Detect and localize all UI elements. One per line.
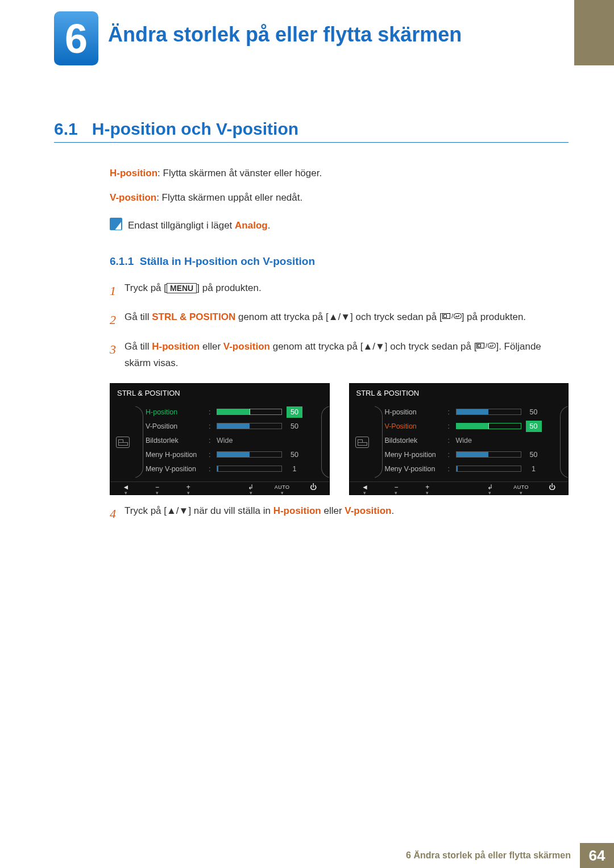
subsection-title: Ställa in H-position och V-position <box>140 255 315 267</box>
slider <box>217 423 282 429</box>
osd-btn-auto: AUTO▾ <box>505 482 537 495</box>
v-position-term: V-position <box>110 192 156 203</box>
label: Bildstorlek <box>143 435 209 446</box>
osd-row-image-size: Bildstorlek: Wide <box>143 433 318 447</box>
osd-curve <box>560 402 568 481</box>
note-post: . <box>268 220 271 231</box>
v-position-term: V-position <box>345 505 391 516</box>
t: Gå till <box>125 312 152 322</box>
label: Meny V-position <box>383 463 448 475</box>
osd-title: STRL & POSITION <box>350 384 569 403</box>
h-position-term: H-position <box>152 341 200 352</box>
osd-row-h-position: H-position: 50 <box>383 405 557 419</box>
label: V-Position <box>143 421 209 432</box>
osd-btn-spacer <box>204 482 235 495</box>
note-text: Endast tillgängligt i läget Analog. <box>128 218 270 233</box>
slider <box>217 466 282 472</box>
page-footer: 6 Ändra storlek på eller flytta skärmen … <box>0 843 614 868</box>
up-down-icon: ▲/▼ <box>363 339 384 355</box>
step-number: 4 <box>110 503 125 524</box>
svg-rect-5 <box>478 344 481 347</box>
value: 50 <box>526 406 542 418</box>
step-number: 1 <box>110 280 125 301</box>
osd-screenshots: STRL & POSITION H-position: 50 V-Positio <box>110 383 569 496</box>
osd-btn-enter: ↲▾ <box>235 482 267 495</box>
size-position-icon <box>355 437 369 448</box>
osd-btn-minus: −▾ <box>142 482 173 495</box>
t: ] på produkten. <box>462 312 526 322</box>
t: ] och tryck sedan på [ <box>385 341 477 352</box>
osd-row-h-position: H-position: 50 <box>143 405 318 419</box>
t: Tryck på [ <box>125 505 167 516</box>
source-enter-icon: / <box>442 312 462 320</box>
label: Bildstorlek <box>383 435 448 446</box>
osd-curve <box>321 402 329 481</box>
t: eller <box>200 341 223 352</box>
svg-rect-1 <box>443 315 446 318</box>
svg-rect-7 <box>488 343 496 348</box>
osd-row-image-size: Bildstorlek: Wide <box>383 433 557 447</box>
svg-text:/: / <box>451 313 454 319</box>
section-number: 6.1 <box>54 119 78 138</box>
osd-btn-power: ⏻ <box>298 482 329 495</box>
osd-btn-spacer <box>443 482 474 495</box>
step-text: Gå till H-position eller V-position geno… <box>125 339 569 372</box>
note-icon <box>110 218 122 230</box>
osd-btn-plus: +▾ <box>173 482 204 495</box>
section-content: H-position: Flytta skärmen åt vänster el… <box>110 165 569 525</box>
step-1: 1 Tryck på [MENU] på produkten. <box>110 280 569 301</box>
osd-footer: ◄▾ −▾ +▾ ↲▾ AUTO▾ ⏻ <box>110 481 329 495</box>
slider <box>217 409 282 415</box>
step-number: 3 <box>110 339 125 372</box>
step-text: Tryck på [MENU] på produkten. <box>125 280 569 301</box>
osd-row-v-position: V-Position: 50 <box>383 419 557 433</box>
osd-row-menu-v: Meny V-position: 1 <box>143 462 318 476</box>
osd-btn-back: ◄▾ <box>350 482 381 495</box>
step-text: Tryck på [▲/▼] när du vill ställa in H-p… <box>125 503 569 524</box>
t: ] och tryck sedan på [ <box>350 312 442 322</box>
value: 50 <box>526 449 542 460</box>
t: Tryck på [ <box>125 283 167 293</box>
value: 50 <box>287 449 302 460</box>
osd-rows: H-position: 50 V-Position: 50 Bildstorle… <box>143 402 321 481</box>
v-position-desc: V-position: Flytta skärmen uppåt eller n… <box>110 190 569 205</box>
t: genom att trycka på [ <box>235 312 328 322</box>
value: 1 <box>287 463 302 475</box>
label: Meny H-position <box>143 449 209 460</box>
slider <box>217 451 282 458</box>
value: 50 <box>287 406 302 418</box>
header-accent-band <box>574 0 614 65</box>
osd-btn-minus: −▾ <box>380 482 412 495</box>
osd-row-menu-v: Meny V-position: 1 <box>383 462 557 476</box>
h-position-term: H-position <box>110 168 157 178</box>
value: 1 <box>526 463 542 475</box>
t: . <box>391 505 394 516</box>
slider <box>456 466 521 472</box>
value: Wide <box>217 435 233 446</box>
label: H-position <box>143 406 209 418</box>
step-3: 3 Gå till H-position eller V-position ge… <box>110 339 569 372</box>
slider <box>456 409 521 415</box>
osd-btn-auto: AUTO▾ <box>267 482 298 495</box>
menu-button-icon: MENU <box>167 283 197 293</box>
osd-row-v-position: V-Position: 50 <box>143 419 318 433</box>
osd-title: STRL & POSITION <box>110 384 329 403</box>
section-heading: 6.1 H-position och V-position <box>54 119 569 143</box>
footer-chapter-ref: 6 Ändra storlek på eller flytta skärmen <box>406 843 580 868</box>
label: V-Position <box>383 421 448 432</box>
t: ] när du vill ställa in <box>188 505 273 516</box>
steps-list: 1 Tryck på [MENU] på produkten. 2 Gå til… <box>110 280 569 525</box>
h-position-desc: H-position: Flytta skärmen åt vänster el… <box>110 165 569 181</box>
page-number: 64 <box>580 843 614 868</box>
section-body: 6.1 H-position och V-position H-position… <box>54 119 569 525</box>
osd-panel-right: STRL & POSITION H-position: 50 V-Positio <box>349 383 569 496</box>
note-row: Endast tillgängligt i läget Analog. <box>110 218 569 233</box>
t: ] på produkten. <box>197 283 261 293</box>
osd-btn-power: ⏻ <box>537 482 568 495</box>
osd-row-menu-h: Meny H-position: 50 <box>383 447 557 462</box>
t: Gå till <box>125 341 152 352</box>
value: Wide <box>456 435 472 446</box>
t: genom att trycka på [ <box>270 341 363 352</box>
label: H-position <box>383 406 448 418</box>
size-position-icon <box>116 437 130 448</box>
